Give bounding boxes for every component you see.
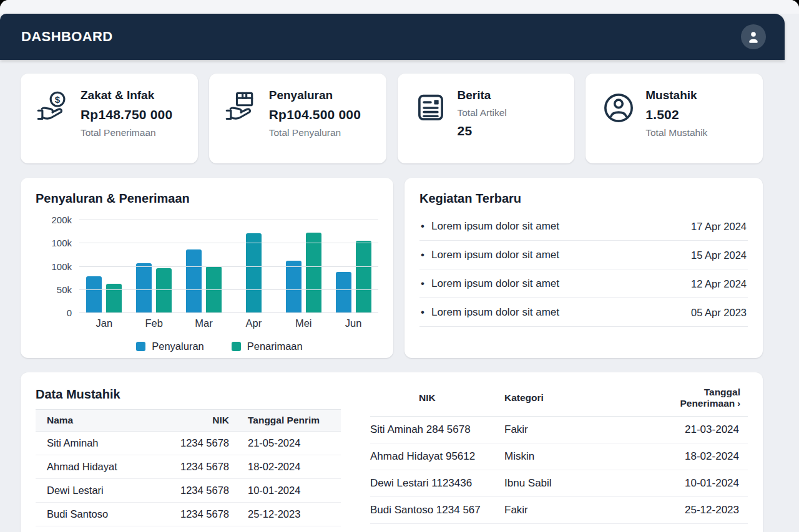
- user-icon: [745, 29, 762, 45]
- cell-nama: Ahmad Hidayat: [36, 455, 154, 479]
- cell-kategori: Miskin: [504, 443, 648, 470]
- gridline: [79, 243, 378, 243]
- bar-penarimaan-jun: [356, 241, 371, 312]
- x-tick-label: Apr: [228, 317, 278, 329]
- bar-penarimaan-apr: [246, 233, 262, 312]
- person-circle-icon: [600, 90, 637, 126]
- data-mustahik-left: Data Mustahik Nama NIK Tanggal Penrim Si…: [36, 381, 341, 532]
- stat-value: Rp148.750 000: [81, 107, 172, 122]
- cell-nik: 1234 5678: [154, 432, 229, 455]
- cell-nik: 1234 5678: [154, 503, 229, 526]
- chart-legend: PenyaluranPenarimaan: [61, 341, 378, 352]
- bar-penyaluran-mar: [186, 249, 202, 312]
- chart-title: Penyaluran & Penerimaan: [36, 191, 378, 206]
- newspaper-icon: [413, 90, 449, 126]
- stat-title: Berita: [458, 89, 507, 102]
- bar-penarimaan-mei: [306, 233, 321, 312]
- column-header-nama: Nama: [36, 410, 154, 432]
- app-header: DASHBOARD: [0, 14, 785, 60]
- chart-x-axis: JanFebMarAprMeiJun: [79, 317, 378, 329]
- chart-card: Penyaluran & Penerimaan 200k100k100k50k0…: [21, 178, 393, 358]
- table-row: Lina Rahmawati 1234 Ibnu Sabil 11-09-202…: [370, 524, 748, 532]
- coin-hand-icon: $: [36, 90, 72, 126]
- list-item: •Lorem ipsum dolor sit amet 17 Apr 2024: [419, 212, 748, 241]
- activity-text: Lorem ipsum dolor sit amet: [431, 306, 559, 319]
- cell-nik: Ahmad Hidayat 95612: [370, 443, 504, 470]
- table-row: Dewi Lestari 1234 5678 10-01-2024: [36, 479, 341, 503]
- bar-penarimaan-feb: [156, 268, 172, 312]
- x-tick-label: Mei: [278, 317, 328, 329]
- bar-penyaluran-mei: [286, 261, 301, 312]
- legend-label: Penarimaan: [247, 341, 303, 352]
- cell-kategori: Fakir: [504, 417, 648, 443]
- data-mustahik-title: Data Mustahik: [36, 387, 341, 402]
- activity-text: Lorem ipsum dolor sit amet: [431, 278, 559, 290]
- activity-date: 15 Apr 2024: [691, 249, 747, 261]
- cell-nama: Lina Rahmawati: [36, 526, 154, 532]
- cell-nik: Siti Aminah 284 5678: [370, 417, 504, 443]
- stat-subtitle: Total Penerimaan: [81, 127, 172, 138]
- stat-subtitle: Total Mustahik: [645, 127, 707, 138]
- stat-subtitle: Total Artikel: [458, 107, 507, 118]
- bullet-icon: •: [421, 220, 424, 233]
- list-item: •Lorem ipsum dolor sit amet 15 Apr 2024: [419, 241, 748, 269]
- gridline: [79, 289, 378, 290]
- stat-card-zakat: $ Zakat & Infak Rp148.750 000 Total Pene…: [21, 74, 198, 163]
- chart-y-axis: 200k100k100k50k0: [36, 220, 79, 312]
- x-tick-label: Jun: [328, 317, 378, 329]
- stat-card-berita: Berita Total Artikel 25: [398, 74, 575, 163]
- cell-nik: Budi Santoso 1234 567: [370, 497, 504, 524]
- table-row: Budi Santoso 1234 567 Fakir 25-12-2023: [370, 497, 748, 524]
- bullet-icon: •: [421, 249, 424, 261]
- legend-item-penarimaan: Penarimaan: [232, 341, 303, 352]
- legend-item-penyaluran: Penyaluran: [136, 341, 203, 352]
- table-row: Lina Rahmawati 1234 5678 11-07-2023: [36, 526, 341, 532]
- activities-title: Kegiatan Terbaru: [419, 191, 748, 206]
- cell-tanggal: 10-01-2024: [648, 470, 748, 497]
- cell-nik: 1234 5678: [154, 479, 229, 503]
- cell-nik: 1234 5678: [154, 526, 229, 532]
- x-tick-label: Jan: [79, 317, 129, 329]
- activities-card: Kegiatan Terbaru •Lorem ipsum dolor sit …: [404, 178, 763, 358]
- middle-row: Penyaluran & Penerimaan 200k100k100k50k0…: [21, 178, 783, 358]
- table-row: Dewi Lestari 1123436 Ibnu Sabil 10-01-20…: [370, 470, 748, 497]
- cell-tanggal: 25-12-2023: [229, 503, 341, 526]
- table-row: Ahmad Hidayat 1234 5678 18-02-2024: [36, 455, 341, 479]
- cell-kategori: Ibnu Sabil: [504, 524, 648, 532]
- cell-tanggal: 21-03-2024: [648, 417, 748, 443]
- legend-swatch: [136, 342, 145, 351]
- y-tick-label: 50k: [57, 284, 72, 294]
- cell-tanggal: 25-12-2023: [648, 497, 748, 524]
- bar-penyaluran-jun: [336, 272, 351, 312]
- column-header-nik: NIK: [370, 381, 504, 417]
- cell-nama: Dewi Lestari: [36, 479, 154, 503]
- main-content: $ Zakat & Infak Rp148.750 000 Total Pene…: [0, 60, 783, 532]
- activity-text: Lorem ipsum dolor sit amet: [431, 220, 559, 233]
- cell-kategori: Fakir: [504, 497, 648, 524]
- cell-nama: Siti Aminah: [36, 432, 154, 455]
- stat-card-mustahik: Mustahik 1.502 Total Mustahik: [586, 74, 763, 163]
- y-tick-label: 200k: [51, 215, 72, 225]
- table-row: Budi Santoso 1234 5678 25-12-2023: [36, 503, 341, 526]
- cell-tanggal: 18-02-2024: [648, 443, 748, 470]
- gridline: [79, 312, 378, 313]
- cell-nik: 1234 5678: [154, 455, 229, 479]
- activity-date: 05 Apr 2023: [691, 307, 747, 319]
- cell-tanggal: 18-02-2024: [229, 455, 341, 479]
- table-header-row: Nama NIK Tanggal Penrim: [36, 410, 341, 432]
- activity-date: 12 Apr 2024: [691, 278, 747, 290]
- chevron-right-icon: ›: [737, 399, 740, 409]
- stat-value: 1.502: [645, 107, 707, 122]
- gridline: [79, 220, 378, 220]
- svg-text:$: $: [55, 94, 61, 105]
- user-avatar-button[interactable]: [741, 24, 766, 49]
- stat-value: 25: [458, 123, 507, 138]
- box-hand-icon: [224, 90, 260, 126]
- column-header-tanggal-penerimaan-sort[interactable]: Tanggal Penerimaan›: [648, 381, 748, 417]
- gridline: [79, 266, 378, 267]
- stat-subtitle: Total Penyaluran: [269, 127, 361, 138]
- cell-tanggal: 21-05-2024: [229, 432, 341, 455]
- cell-kategori: Ibnu Sabil: [504, 470, 648, 497]
- bar-penyaluran-jan: [86, 276, 102, 312]
- bar-penarimaan-jan: [106, 284, 122, 312]
